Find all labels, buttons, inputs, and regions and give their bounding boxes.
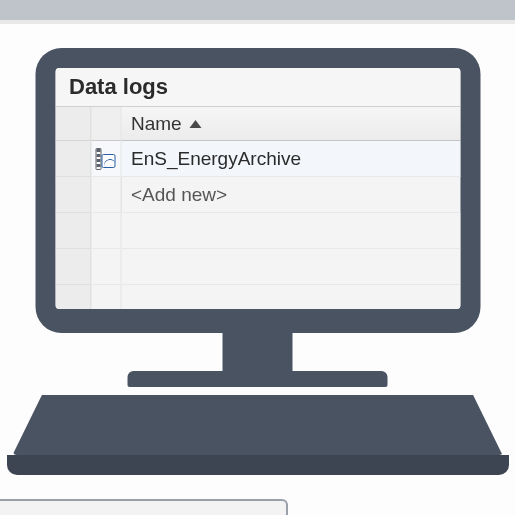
sort-ascending-icon bbox=[190, 120, 202, 128]
top-border-shadow bbox=[0, 20, 515, 24]
screen: Data logs bbox=[55, 68, 460, 309]
row-gutter bbox=[55, 107, 91, 309]
table-row[interactable]: EnS_EnergyArchive bbox=[121, 141, 460, 177]
add-new-row[interactable]: <Add new> bbox=[121, 177, 460, 213]
monitor-stand-neck bbox=[223, 333, 293, 371]
data-log-icon bbox=[96, 148, 116, 170]
column-header-label: Name bbox=[131, 107, 182, 141]
monitor-stand-base bbox=[128, 371, 388, 387]
data-logs-table: Name EnS_EnergyArchive <Add new> bbox=[55, 107, 460, 309]
monitor-bezel: Data logs bbox=[35, 48, 480, 333]
keyboard-front bbox=[7, 455, 509, 475]
column-header-icon[interactable] bbox=[91, 107, 120, 141]
column-header-name[interactable]: Name bbox=[121, 107, 460, 141]
row-icon-cell[interactable] bbox=[91, 177, 120, 213]
top-border-bar bbox=[0, 0, 515, 20]
bottom-border-bar bbox=[0, 499, 288, 515]
row-icon-cell[interactable] bbox=[91, 141, 120, 177]
name-column: Name EnS_EnergyArchive <Add new> bbox=[121, 107, 460, 309]
panel-title: Data logs bbox=[55, 68, 460, 107]
row-name: EnS_EnergyArchive bbox=[131, 148, 301, 169]
icon-column bbox=[91, 107, 121, 309]
row-name: <Add new> bbox=[131, 184, 227, 205]
monitor-illustration: Data logs bbox=[35, 48, 480, 387]
keyboard-top bbox=[13, 395, 503, 455]
